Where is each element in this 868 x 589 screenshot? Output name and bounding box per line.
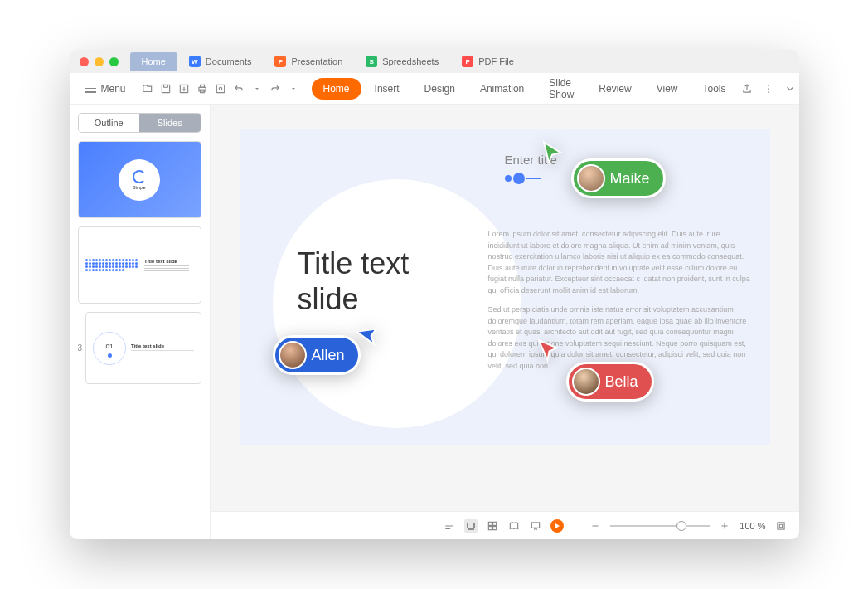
canvas-area: Title textslide Enter title Lorem ipsum … [211,105,799,539]
ribbon-tabs: Home Insert Design Animation Slide Show … [312,72,738,105]
slide-thumb-2[interactable]: Title text slide [78,226,201,304]
svg-point-9 [769,91,770,93]
slide-canvas[interactable]: Title textslide Enter title Lorem ipsum … [240,129,770,445]
document-tabs: Home WDocuments PPresentation SSpreedshe… [130,52,526,71]
collaborator-cursor-maike: Maike [555,158,666,198]
normal-view-icon[interactable] [464,519,478,533]
slide-thumb-3[interactable]: 01 Title text slide [85,312,201,384]
redo-dropdown-icon[interactable] [287,82,300,95]
statusbar: 100 % [211,511,799,539]
zoom-level: 100 % [739,521,765,531]
hamburger-icon [85,85,96,93]
collapse-icon[interactable] [783,82,797,95]
svg-rect-16 [777,522,783,528]
reading-view-icon[interactable] [507,519,521,533]
ribbon-design[interactable]: Design [413,78,467,100]
more-icon[interactable] [762,82,775,95]
logo-icon [133,170,146,183]
export-icon[interactable] [177,82,191,95]
svg-rect-0 [162,85,169,92]
sidebar: Outline Slides Simple Title text slide 3… [70,105,211,539]
maximize-window-button[interactable] [109,57,119,66]
redo-icon[interactable] [269,82,282,95]
slides-toggle[interactable]: Slides [139,114,201,132]
slide-title[interactable]: Title textslide [298,246,410,317]
tab-pdf-label: PDF File [478,56,514,66]
tab-presentation-label: Presentation [291,56,342,66]
dots-graphic [85,234,140,296]
zoom-knob[interactable] [676,521,686,531]
body-para-2: Sed ut perspiciatis unde omnis iste natu… [488,304,754,372]
enter-title-placeholder[interactable]: Enter title [505,153,557,167]
main-area: Outline Slides Simple Title text slide 3… [70,105,799,539]
svg-point-6 [219,87,222,90]
quick-tools [141,82,300,95]
svg-rect-5 [216,85,224,92]
svg-point-8 [769,88,770,90]
preview-icon[interactable] [214,82,227,95]
svg-rect-12 [493,522,497,525]
svg-point-7 [769,85,770,86]
svg-rect-11 [489,522,492,525]
fit-screen-icon[interactable] [774,519,788,533]
view-toggle: Outline Slides [78,113,201,133]
window-controls [80,57,119,66]
tab-home[interactable]: Home [130,52,177,71]
undo-dropdown-icon[interactable] [250,82,264,95]
avatar-maike [577,164,605,192]
slide-thumb-1[interactable]: Simple [78,141,201,218]
tab-pdf[interactable]: PPDF File [450,52,526,71]
collaborator-name-maike: Maike [610,170,650,187]
thumb3-index: 3 [78,343,83,353]
minimize-window-button[interactable] [95,57,104,66]
titlebar: Home WDocuments PPresentation SSpreedshe… [70,50,799,73]
decoration-dots [505,173,541,184]
zoom-out-button[interactable] [589,519,602,533]
ribbon-home[interactable]: Home [312,78,361,100]
save-icon[interactable] [159,82,172,95]
undo-icon[interactable] [232,82,245,95]
zoom-slider[interactable] [610,525,710,527]
toolbar: Menu Home Insert Design Animation Slide … [70,73,799,105]
ribbon-tools[interactable]: Tools [691,78,737,100]
body-para-1: Lorem ipsum dolor sit amet, consectetur … [488,229,754,296]
sorter-view-icon[interactable] [486,519,499,533]
zoom-in-button[interactable] [718,519,731,533]
print-icon[interactable] [196,82,209,95]
presenter-view-icon[interactable] [529,519,542,533]
tab-spreadsheets[interactable]: SSpreedsheets [354,52,450,71]
share-icon[interactable] [740,82,754,95]
notes-view-icon[interactable] [443,519,456,533]
tab-documents-label: Documents [206,56,252,66]
tab-presentation[interactable]: PPresentation [263,52,354,71]
open-icon[interactable] [141,82,154,95]
svg-rect-10 [468,523,474,528]
presentation-icon: P [274,56,286,67]
svg-rect-14 [493,526,497,529]
thumb3-title: Title text slide [131,343,193,348]
close-window-button[interactable] [80,57,89,66]
body-text[interactable]: Lorem ipsum dolor sit amet, consectetur … [488,229,754,380]
ribbon-slideshow[interactable]: Slide Show [537,72,585,105]
play-slideshow-button[interactable] [550,519,564,533]
tab-spreadsheets-label: Spreedsheets [382,56,439,66]
ribbon-review[interactable]: Review [587,78,643,100]
svg-rect-3 [200,85,204,87]
tab-home-label: Home [142,56,166,66]
thumb3-num: 01 [106,343,114,350]
ribbon-insert[interactable]: Insert [363,78,411,100]
menu-label: Menu [101,83,126,95]
toolbar-right [740,82,797,95]
thumb2-title: Title text slide [144,259,194,264]
ribbon-animation[interactable]: Animation [468,78,536,100]
tab-documents[interactable]: WDocuments [177,52,264,71]
word-icon: W [189,56,201,67]
spreadsheet-icon: S [366,56,377,67]
svg-rect-13 [489,526,492,529]
outline-toggle[interactable]: Outline [79,114,140,132]
menu-button[interactable]: Menu [78,80,133,98]
app-window: Home WDocuments PPresentation SSpreedshe… [70,50,799,539]
pdf-icon: P [462,56,473,67]
thumb1-label: Simple [133,185,145,190]
ribbon-view[interactable]: View [645,78,690,100]
